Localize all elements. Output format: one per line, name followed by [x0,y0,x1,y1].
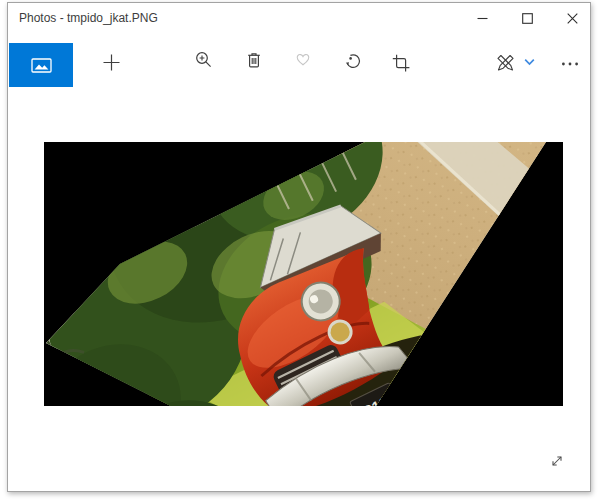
photo-canvas[interactable]: 219 [44,142,563,406]
see-more-button[interactable] [553,47,587,81]
plus-icon [102,53,121,72]
photo-content: 219 [44,142,563,406]
zoom-button[interactable] [187,43,221,77]
enter-fullscreen-button[interactable] [543,447,571,475]
close-icon [567,13,578,24]
add-to-album-button[interactable] [94,45,128,79]
diagonal-expand-icon [549,452,565,470]
delete-button[interactable] [237,43,271,77]
rotate-button[interactable] [336,44,370,78]
chevron-down-icon [524,58,535,66]
maximize-icon [522,13,533,24]
photos-window: Photos - tmpido_jkat.PNG [7,2,591,492]
rotate-icon [344,52,362,70]
maximize-button[interactable] [505,3,550,33]
photos-app-screen: { "window": { "title": "Photos - tmpido_… [0,0,600,502]
view-collection-button[interactable] [9,43,73,87]
favorite-button[interactable] [286,42,320,76]
rotated-photo: 219 [44,142,563,406]
photo-icon [31,58,52,73]
crossed-pencils-icon [496,54,515,72]
trash-icon [245,51,263,69]
heart-icon [294,50,312,68]
ellipsis-icon [561,61,579,67]
minimize-button[interactable] [460,3,505,33]
close-button[interactable] [550,3,595,33]
crop-icon [392,54,410,72]
edit-dropdown-button[interactable] [516,49,542,75]
titlebar: Photos - tmpido_jkat.PNG [8,3,590,33]
window-title: Photos - tmpido_jkat.PNG [19,3,158,33]
crop-button[interactable] [384,46,418,80]
minimize-icon [477,13,488,24]
zoom-in-icon [195,51,213,69]
